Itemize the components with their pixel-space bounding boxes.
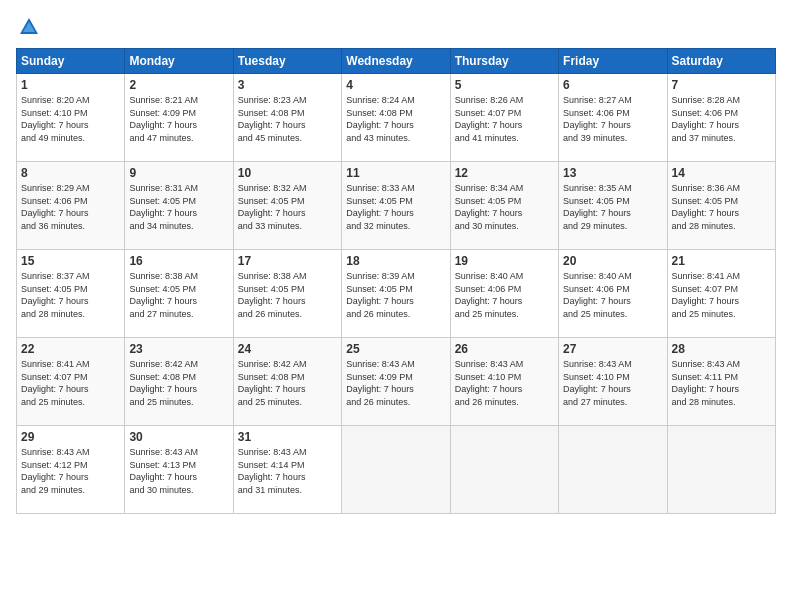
table-row: 31 Sunrise: 8:43 AM Sunset: 4:14 PM Dayl…: [233, 426, 341, 514]
table-row: 25 Sunrise: 8:43 AM Sunset: 4:09 PM Dayl…: [342, 338, 450, 426]
day-number: 1: [21, 78, 120, 92]
table-row: 11 Sunrise: 8:33 AM Sunset: 4:05 PM Dayl…: [342, 162, 450, 250]
day-number: 27: [563, 342, 662, 356]
table-row: 3 Sunrise: 8:23 AM Sunset: 4:08 PM Dayli…: [233, 74, 341, 162]
day-number: 18: [346, 254, 445, 268]
calendar-week-1: 1 Sunrise: 8:20 AM Sunset: 4:10 PM Dayli…: [17, 74, 776, 162]
day-number: 14: [672, 166, 771, 180]
day-number: 7: [672, 78, 771, 92]
day-info: Sunrise: 8:26 AM Sunset: 4:07 PM Dayligh…: [455, 94, 554, 144]
col-tuesday: Tuesday: [233, 49, 341, 74]
day-info: Sunrise: 8:43 AM Sunset: 4:14 PM Dayligh…: [238, 446, 337, 496]
table-row: 15 Sunrise: 8:37 AM Sunset: 4:05 PM Dayl…: [17, 250, 125, 338]
table-row: 23 Sunrise: 8:42 AM Sunset: 4:08 PM Dayl…: [125, 338, 233, 426]
table-row: 27 Sunrise: 8:43 AM Sunset: 4:10 PM Dayl…: [559, 338, 667, 426]
day-number: 17: [238, 254, 337, 268]
day-number: 22: [21, 342, 120, 356]
day-number: 25: [346, 342, 445, 356]
table-row: 13 Sunrise: 8:35 AM Sunset: 4:05 PM Dayl…: [559, 162, 667, 250]
day-info: Sunrise: 8:32 AM Sunset: 4:05 PM Dayligh…: [238, 182, 337, 232]
logo: [16, 16, 40, 38]
day-info: Sunrise: 8:40 AM Sunset: 4:06 PM Dayligh…: [455, 270, 554, 320]
day-info: Sunrise: 8:37 AM Sunset: 4:05 PM Dayligh…: [21, 270, 120, 320]
day-number: 21: [672, 254, 771, 268]
table-row: 5 Sunrise: 8:26 AM Sunset: 4:07 PM Dayli…: [450, 74, 558, 162]
table-row: [559, 426, 667, 514]
day-number: 2: [129, 78, 228, 92]
table-row: [342, 426, 450, 514]
day-number: 3: [238, 78, 337, 92]
day-info: Sunrise: 8:23 AM Sunset: 4:08 PM Dayligh…: [238, 94, 337, 144]
day-number: 31: [238, 430, 337, 444]
table-row: 7 Sunrise: 8:28 AM Sunset: 4:06 PM Dayli…: [667, 74, 775, 162]
day-info: Sunrise: 8:33 AM Sunset: 4:05 PM Dayligh…: [346, 182, 445, 232]
day-number: 29: [21, 430, 120, 444]
day-number: 12: [455, 166, 554, 180]
col-friday: Friday: [559, 49, 667, 74]
col-saturday: Saturday: [667, 49, 775, 74]
table-row: 22 Sunrise: 8:41 AM Sunset: 4:07 PM Dayl…: [17, 338, 125, 426]
day-number: 8: [21, 166, 120, 180]
table-row: 10 Sunrise: 8:32 AM Sunset: 4:05 PM Dayl…: [233, 162, 341, 250]
day-info: Sunrise: 8:36 AM Sunset: 4:05 PM Dayligh…: [672, 182, 771, 232]
table-row: 17 Sunrise: 8:38 AM Sunset: 4:05 PM Dayl…: [233, 250, 341, 338]
col-sunday: Sunday: [17, 49, 125, 74]
day-info: Sunrise: 8:39 AM Sunset: 4:05 PM Dayligh…: [346, 270, 445, 320]
calendar-week-4: 22 Sunrise: 8:41 AM Sunset: 4:07 PM Dayl…: [17, 338, 776, 426]
table-row: 21 Sunrise: 8:41 AM Sunset: 4:07 PM Dayl…: [667, 250, 775, 338]
table-row: [450, 426, 558, 514]
calendar-table: Sunday Monday Tuesday Wednesday Thursday…: [16, 48, 776, 514]
table-row: 2 Sunrise: 8:21 AM Sunset: 4:09 PM Dayli…: [125, 74, 233, 162]
day-info: Sunrise: 8:43 AM Sunset: 4:10 PM Dayligh…: [455, 358, 554, 408]
table-row: 30 Sunrise: 8:43 AM Sunset: 4:13 PM Dayl…: [125, 426, 233, 514]
table-row: 19 Sunrise: 8:40 AM Sunset: 4:06 PM Dayl…: [450, 250, 558, 338]
table-row: 18 Sunrise: 8:39 AM Sunset: 4:05 PM Dayl…: [342, 250, 450, 338]
day-info: Sunrise: 8:29 AM Sunset: 4:06 PM Dayligh…: [21, 182, 120, 232]
table-row: 24 Sunrise: 8:42 AM Sunset: 4:08 PM Dayl…: [233, 338, 341, 426]
day-number: 20: [563, 254, 662, 268]
calendar-header-row: Sunday Monday Tuesday Wednesday Thursday…: [17, 49, 776, 74]
day-info: Sunrise: 8:41 AM Sunset: 4:07 PM Dayligh…: [21, 358, 120, 408]
table-row: 28 Sunrise: 8:43 AM Sunset: 4:11 PM Dayl…: [667, 338, 775, 426]
day-info: Sunrise: 8:40 AM Sunset: 4:06 PM Dayligh…: [563, 270, 662, 320]
header: [16, 16, 776, 38]
day-info: Sunrise: 8:20 AM Sunset: 4:10 PM Dayligh…: [21, 94, 120, 144]
day-info: Sunrise: 8:43 AM Sunset: 4:09 PM Dayligh…: [346, 358, 445, 408]
day-number: 19: [455, 254, 554, 268]
table-row: 12 Sunrise: 8:34 AM Sunset: 4:05 PM Dayl…: [450, 162, 558, 250]
day-info: Sunrise: 8:43 AM Sunset: 4:10 PM Dayligh…: [563, 358, 662, 408]
day-number: 4: [346, 78, 445, 92]
day-number: 24: [238, 342, 337, 356]
table-row: 16 Sunrise: 8:38 AM Sunset: 4:05 PM Dayl…: [125, 250, 233, 338]
day-info: Sunrise: 8:41 AM Sunset: 4:07 PM Dayligh…: [672, 270, 771, 320]
logo-icon: [18, 16, 40, 38]
day-info: Sunrise: 8:43 AM Sunset: 4:13 PM Dayligh…: [129, 446, 228, 496]
day-number: 5: [455, 78, 554, 92]
day-info: Sunrise: 8:28 AM Sunset: 4:06 PM Dayligh…: [672, 94, 771, 144]
day-info: Sunrise: 8:31 AM Sunset: 4:05 PM Dayligh…: [129, 182, 228, 232]
col-monday: Monday: [125, 49, 233, 74]
day-number: 30: [129, 430, 228, 444]
day-info: Sunrise: 8:27 AM Sunset: 4:06 PM Dayligh…: [563, 94, 662, 144]
day-info: Sunrise: 8:34 AM Sunset: 4:05 PM Dayligh…: [455, 182, 554, 232]
calendar-week-2: 8 Sunrise: 8:29 AM Sunset: 4:06 PM Dayli…: [17, 162, 776, 250]
table-row: 1 Sunrise: 8:20 AM Sunset: 4:10 PM Dayli…: [17, 74, 125, 162]
day-info: Sunrise: 8:35 AM Sunset: 4:05 PM Dayligh…: [563, 182, 662, 232]
day-info: Sunrise: 8:42 AM Sunset: 4:08 PM Dayligh…: [238, 358, 337, 408]
day-number: 10: [238, 166, 337, 180]
table-row: 20 Sunrise: 8:40 AM Sunset: 4:06 PM Dayl…: [559, 250, 667, 338]
table-row: 29 Sunrise: 8:43 AM Sunset: 4:12 PM Dayl…: [17, 426, 125, 514]
table-row: [667, 426, 775, 514]
day-info: Sunrise: 8:43 AM Sunset: 4:12 PM Dayligh…: [21, 446, 120, 496]
page: Sunday Monday Tuesday Wednesday Thursday…: [0, 0, 792, 612]
col-thursday: Thursday: [450, 49, 558, 74]
day-number: 11: [346, 166, 445, 180]
day-number: 28: [672, 342, 771, 356]
col-wednesday: Wednesday: [342, 49, 450, 74]
day-number: 6: [563, 78, 662, 92]
day-number: 23: [129, 342, 228, 356]
day-number: 9: [129, 166, 228, 180]
day-info: Sunrise: 8:21 AM Sunset: 4:09 PM Dayligh…: [129, 94, 228, 144]
day-info: Sunrise: 8:38 AM Sunset: 4:05 PM Dayligh…: [129, 270, 228, 320]
table-row: 9 Sunrise: 8:31 AM Sunset: 4:05 PM Dayli…: [125, 162, 233, 250]
